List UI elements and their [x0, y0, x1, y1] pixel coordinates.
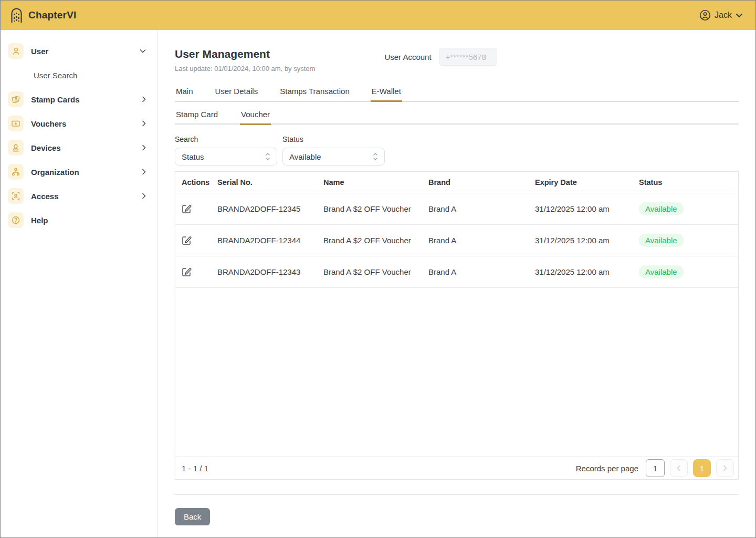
- status-label: Status: [282, 135, 385, 143]
- cell-brand: Brand A: [422, 267, 529, 276]
- brand-name: ChapterVI: [28, 9, 77, 21]
- stamp-cards-icon: [8, 91, 24, 107]
- col-brand: Brand: [422, 178, 529, 187]
- brand-logo: ChapterVI: [10, 7, 77, 23]
- divider: [175, 494, 739, 495]
- sidebar-item-devices[interactable]: Devices: [1, 136, 158, 160]
- table-header-row: Actions Serial No. Name Brand Expiry Dat…: [175, 172, 738, 193]
- cell-serial: BRANDA2DOFF-12344: [211, 236, 317, 245]
- table-row: BRANDA2DOFF-12343 Brand A $2 OFF Voucher…: [175, 256, 738, 287]
- edit-icon[interactable]: [182, 204, 192, 214]
- sidebar-item-vouchers[interactable]: Vouchers: [1, 111, 158, 136]
- chevron-right-icon: [142, 120, 146, 127]
- edit-icon[interactable]: [182, 235, 192, 245]
- prev-page-button[interactable]: [670, 459, 688, 477]
- chevron-right-icon: [142, 193, 146, 199]
- tab-main[interactable]: Main: [175, 84, 194, 102]
- status-select[interactable]: Available: [282, 148, 385, 165]
- table-empty-area: [175, 287, 738, 457]
- cell-serial: BRANDA2DOFF-12343: [211, 267, 317, 276]
- search-select[interactable]: Status: [175, 148, 277, 165]
- tab-voucher[interactable]: Voucher: [240, 107, 271, 125]
- status-badge: Available: [639, 202, 684, 215]
- records-per-page-label: Records per page: [576, 464, 638, 473]
- table-row: BRANDA2DOFF-12345 Brand A $2 OFF Voucher…: [175, 193, 738, 224]
- status-badge: Available: [639, 265, 684, 278]
- next-page-button[interactable]: [716, 459, 734, 477]
- chevron-right-icon: [142, 169, 146, 175]
- user-avatar-icon: [699, 9, 711, 21]
- sub-tabs: Stamp Card Voucher: [175, 107, 739, 125]
- vouchers-icon: [8, 116, 24, 131]
- col-name: Name: [317, 178, 422, 187]
- search-label: Search: [175, 135, 277, 143]
- sidebar-item-label: User: [31, 47, 140, 56]
- page-1-button[interactable]: 1: [693, 459, 711, 477]
- page-title: User Management: [175, 48, 315, 60]
- user-menu[interactable]: Jack: [699, 9, 743, 21]
- col-serial: Serial No.: [211, 178, 317, 187]
- sidebar-item-user-search[interactable]: User Search: [1, 63, 158, 87]
- edit-icon[interactable]: [182, 267, 192, 277]
- cell-serial: BRANDA2DOFF-12345: [211, 204, 317, 213]
- chevron-right-icon: [142, 144, 146, 151]
- page-header: User Management Last update: 01/01/2024,…: [175, 48, 315, 73]
- sidebar-item-help[interactable]: Help: [1, 208, 158, 232]
- sidebar-item-access[interactable]: Access: [1, 184, 158, 208]
- chaptervi-logo-icon: [10, 7, 23, 23]
- top-bar: ChapterVI Jack: [1, 1, 755, 30]
- cell-name: Brand A $2 OFF Voucher: [317, 236, 422, 245]
- records-per-page-input[interactable]: [646, 459, 665, 477]
- search-filter: Search Status: [175, 135, 277, 165]
- col-actions: Actions: [175, 178, 211, 187]
- back-button[interactable]: Back: [175, 508, 210, 525]
- sidebar-item-label: Access: [31, 192, 142, 201]
- sidebar: User User Search Stamp Cards: [1, 30, 158, 538]
- chevron-right-icon: [142, 96, 146, 102]
- cell-brand: Brand A: [422, 236, 529, 245]
- table-row: BRANDA2DOFF-12344 Brand A $2 OFF Voucher…: [175, 224, 738, 256]
- tab-user-details[interactable]: User Details: [214, 84, 259, 102]
- cell-name: Brand A $2 OFF Voucher: [317, 204, 422, 213]
- user-icon: [8, 43, 24, 59]
- sidebar-item-label: Stamp Cards: [31, 95, 142, 104]
- help-icon: [8, 212, 24, 228]
- status-filter: Status Available: [282, 135, 385, 165]
- sidebar-item-label: Help: [31, 216, 146, 225]
- sidebar-item-user[interactable]: User: [1, 39, 158, 63]
- sidebar-item-label: Devices: [31, 143, 142, 152]
- cell-expiry: 31/12/2025 12:00 am: [529, 267, 633, 276]
- user-name: Jack: [715, 11, 732, 20]
- tab-e-wallet[interactable]: E-Wallet: [371, 84, 402, 102]
- organization-icon: [8, 164, 24, 180]
- sidebar-item-organization[interactable]: Organization: [1, 160, 158, 184]
- status-badge: Available: [639, 234, 684, 247]
- tab-stamp-card[interactable]: Stamp Card: [175, 107, 219, 125]
- pagination-range: 1 - 1 / 1: [182, 464, 208, 473]
- cell-expiry: 31/12/2025 12:00 am: [529, 204, 633, 213]
- user-account-group: User Account: [384, 48, 497, 66]
- user-account-label: User Account: [384, 53, 431, 61]
- cell-name: Brand A $2 OFF Voucher: [317, 267, 422, 276]
- table-footer: 1 - 1 / 1 Records per page 1: [175, 457, 738, 479]
- main-tabs: Main User Details Stamps Transaction E-W…: [175, 84, 739, 102]
- main-content: User Management Last update: 01/01/2024,…: [158, 30, 755, 538]
- search-select-value: Status: [182, 152, 204, 161]
- tab-stamps-transaction[interactable]: Stamps Transaction: [279, 84, 351, 102]
- access-icon: [8, 188, 24, 204]
- sidebar-item-label: Vouchers: [31, 119, 142, 128]
- sidebar-item-label: User Search: [34, 71, 146, 80]
- chevron-down-icon: [140, 49, 146, 53]
- col-status: Status: [633, 178, 738, 187]
- sidebar-item-label: Organization: [31, 168, 142, 177]
- voucher-table: Actions Serial No. Name Brand Expiry Dat…: [175, 171, 739, 480]
- status-select-value: Available: [289, 152, 321, 161]
- select-updown-icon: [373, 152, 378, 161]
- last-update-text: Last update: 01/01/2024, 10:00 am, by sy…: [175, 65, 315, 73]
- cell-brand: Brand A: [422, 204, 529, 213]
- select-updown-icon: [265, 152, 270, 161]
- chevron-down-icon: [736, 13, 743, 18]
- col-expiry: Expiry Date: [529, 178, 633, 187]
- sidebar-item-stamp-cards[interactable]: Stamp Cards: [1, 87, 158, 111]
- devices-icon: [8, 140, 24, 156]
